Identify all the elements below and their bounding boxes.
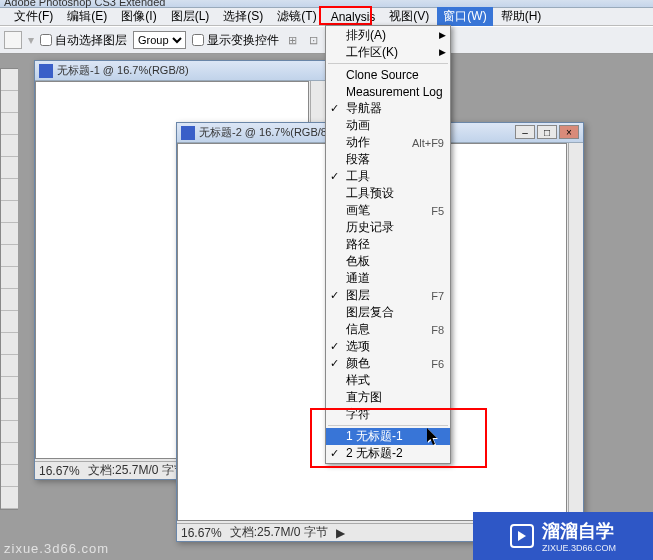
align-icon[interactable]: ⊡ bbox=[306, 34, 321, 47]
menu-item[interactable]: 动画 bbox=[326, 117, 450, 134]
menu-file[interactable]: 文件(F) bbox=[8, 7, 59, 26]
doc2-window-controls: – □ × bbox=[515, 125, 579, 139]
menu-item[interactable]: 1 无标题-1 bbox=[326, 428, 450, 445]
minimize-button[interactable]: – bbox=[515, 125, 535, 139]
brand-sub: ZIXUE.3D66.COM bbox=[542, 543, 616, 553]
move-tool-icon[interactable] bbox=[4, 31, 22, 49]
tool-item[interactable] bbox=[1, 465, 18, 487]
doc2-docinfo[interactable]: 文档:25.7M/0 字节 bbox=[230, 524, 328, 541]
tool-item[interactable] bbox=[1, 135, 18, 157]
menu-item[interactable]: 画笔F5 bbox=[326, 202, 450, 219]
tool-item[interactable] bbox=[1, 91, 18, 113]
transform-checkbox[interactable] bbox=[192, 34, 204, 46]
align-icon[interactable]: ⊞ bbox=[285, 34, 300, 47]
autoselect-checkbox[interactable] bbox=[40, 34, 52, 46]
menu-item-label: 选项 bbox=[346, 338, 370, 355]
doc2-status-arrow[interactable]: ▶ bbox=[336, 526, 345, 540]
tool-item[interactable] bbox=[1, 311, 18, 333]
menu-item-label: 图层复合 bbox=[346, 304, 394, 321]
tool-item[interactable] bbox=[1, 377, 18, 399]
menu-item[interactable]: 色板 bbox=[326, 253, 450, 270]
menu-item[interactable]: 段落 bbox=[326, 151, 450, 168]
menu-item[interactable]: Clone Source bbox=[326, 66, 450, 83]
menu-item[interactable]: 工作区(K)▶ bbox=[326, 44, 450, 61]
doc2-zoom[interactable]: 16.67% bbox=[181, 526, 222, 540]
menu-item[interactable]: 路径 bbox=[326, 236, 450, 253]
menu-item-label: 路径 bbox=[346, 236, 370, 253]
menu-view[interactable]: 视图(V) bbox=[383, 7, 435, 26]
menu-edit[interactable]: 编辑(E) bbox=[61, 7, 113, 26]
menu-item[interactable]: Measurement Log bbox=[326, 83, 450, 100]
tool-item[interactable] bbox=[1, 267, 18, 289]
close-button[interactable]: × bbox=[559, 125, 579, 139]
menu-analysis[interactable]: Analysis bbox=[325, 9, 382, 25]
menu-item[interactable]: 直方图 bbox=[326, 389, 450, 406]
menu-item-shortcut: F7 bbox=[431, 290, 444, 302]
doc1-zoom[interactable]: 16.67% bbox=[39, 464, 80, 478]
menu-item[interactable]: 工具预设 bbox=[326, 185, 450, 202]
tool-item[interactable] bbox=[1, 69, 18, 91]
menu-layer[interactable]: 图层(L) bbox=[165, 7, 216, 26]
menu-item[interactable]: 动作Alt+F9 bbox=[326, 134, 450, 151]
menu-item-label: 工具预设 bbox=[346, 185, 394, 202]
menu-item[interactable]: 字符 bbox=[326, 406, 450, 423]
tool-item[interactable] bbox=[1, 333, 18, 355]
menu-item[interactable]: 历史记录 bbox=[326, 219, 450, 236]
check-icon: ✓ bbox=[330, 340, 339, 353]
menu-item-label: 动画 bbox=[346, 117, 370, 134]
menu-item[interactable]: ✓图层F7 bbox=[326, 287, 450, 304]
tool-item[interactable] bbox=[1, 113, 18, 135]
menu-item[interactable]: ✓颜色F6 bbox=[326, 355, 450, 372]
toolbox bbox=[0, 68, 18, 510]
menu-item[interactable]: 图层复合 bbox=[326, 304, 450, 321]
check-icon: ✓ bbox=[330, 289, 339, 302]
tool-item[interactable] bbox=[1, 179, 18, 201]
brand-badge: 溜溜自学 ZIXUE.3D66.COM bbox=[473, 512, 653, 560]
tool-item[interactable] bbox=[1, 157, 18, 179]
tool-item[interactable] bbox=[1, 289, 18, 311]
menu-item[interactable]: 排列(A)▶ bbox=[326, 27, 450, 44]
maximize-button[interactable]: □ bbox=[537, 125, 557, 139]
menu-select[interactable]: 选择(S) bbox=[217, 7, 269, 26]
tool-item[interactable] bbox=[1, 245, 18, 267]
menu-item[interactable]: 通道 bbox=[326, 270, 450, 287]
submenu-arrow-icon: ▶ bbox=[439, 47, 446, 57]
menu-item[interactable]: ✓选项 bbox=[326, 338, 450, 355]
menu-item[interactable]: ✓2 无标题-2 bbox=[326, 445, 450, 462]
autoselect-dropdown[interactable]: Group bbox=[133, 31, 186, 49]
menu-item[interactable]: ✓导航器 bbox=[326, 100, 450, 117]
autoselect-checkbox-label[interactable]: 自动选择图层 bbox=[40, 32, 127, 49]
tool-item[interactable] bbox=[1, 487, 18, 509]
watermark: zixue.3d66.com bbox=[4, 541, 109, 556]
doc1-docinfo[interactable]: 文档:25.7M/0 字节 bbox=[88, 462, 186, 479]
menu-help[interactable]: 帮助(H) bbox=[495, 7, 548, 26]
menu-image[interactable]: 图像(I) bbox=[115, 7, 162, 26]
tool-item[interactable] bbox=[1, 399, 18, 421]
menu-filter[interactable]: 滤镜(T) bbox=[271, 7, 322, 26]
check-icon: ✓ bbox=[330, 447, 339, 460]
tool-item[interactable] bbox=[1, 443, 18, 465]
tool-item[interactable] bbox=[1, 355, 18, 377]
menu-item-label: 工具 bbox=[346, 168, 370, 185]
tool-item[interactable] bbox=[1, 421, 18, 443]
menu-item-label: 通道 bbox=[346, 270, 370, 287]
doc1-titlebar[interactable]: 无标题-1 @ 16.7%(RGB/8) bbox=[35, 61, 325, 81]
toolbar-sep: ▾ bbox=[28, 33, 34, 47]
check-icon: ✓ bbox=[330, 357, 339, 370]
ps-doc-icon bbox=[181, 126, 195, 140]
menu-separator bbox=[328, 63, 448, 64]
doc2-scrollbar-v[interactable] bbox=[568, 143, 583, 521]
tool-item[interactable] bbox=[1, 201, 18, 223]
menu-item-label: 画笔 bbox=[346, 202, 370, 219]
menu-item[interactable]: 信息F8 bbox=[326, 321, 450, 338]
check-icon: ✓ bbox=[330, 170, 339, 183]
autoselect-text: 自动选择图层 bbox=[55, 32, 127, 49]
check-icon: ✓ bbox=[330, 102, 339, 115]
tool-item[interactable] bbox=[1, 223, 18, 245]
menu-item[interactable]: 样式 bbox=[326, 372, 450, 389]
transform-checkbox-label[interactable]: 显示变换控件 bbox=[192, 32, 279, 49]
menu-item-label: 1 无标题-1 bbox=[346, 428, 403, 445]
menu-window[interactable]: 窗口(W) bbox=[437, 7, 492, 26]
ps-doc-icon bbox=[39, 64, 53, 78]
menu-item[interactable]: ✓工具 bbox=[326, 168, 450, 185]
